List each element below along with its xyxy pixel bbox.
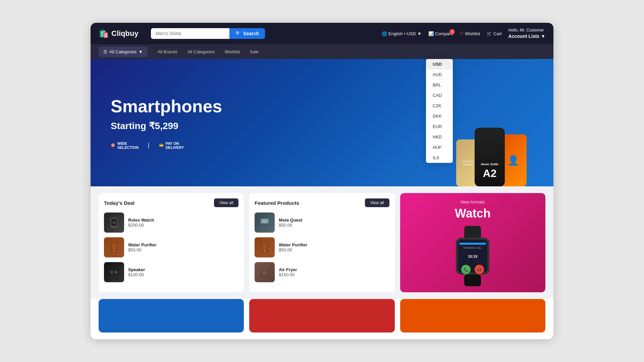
menu-icon: ☰ bbox=[103, 49, 107, 54]
header-actions: 🌐 English • USD ▼ 📊 Compare 2 ♡ Wishlist… bbox=[382, 28, 545, 39]
todays-deal-header: Today's Deal View all bbox=[104, 198, 238, 207]
currency-dropdown-menu: USD AUD BRL CAD CZK DKK EUR HKD HUF ILS bbox=[426, 59, 453, 163]
currency-option-eur[interactable]: EUR bbox=[426, 121, 453, 132]
search-icon: 🔍 bbox=[235, 31, 241, 36]
currency-option-usd[interactable]: USD bbox=[426, 59, 453, 69]
product-info: Meta Quest $50.00 bbox=[279, 218, 302, 228]
user-menu[interactable]: Hello, Mr. Customer Account Lists ▼ bbox=[508, 28, 545, 39]
new-arrivals-card[interactable]: New Arrivals Watch 10:19 📞 bbox=[400, 193, 545, 292]
svg-point-16 bbox=[261, 223, 264, 227]
product-info: Water Purifier $50.00 bbox=[279, 242, 307, 252]
product-image bbox=[104, 237, 124, 257]
svg-rect-27 bbox=[459, 243, 486, 245]
hero-title: Smartphones bbox=[111, 96, 222, 116]
list-item[interactable]: Air Fryer $150.00 bbox=[255, 262, 389, 282]
bottom-card-blue[interactable] bbox=[99, 299, 244, 333]
nav-all-brands[interactable]: All Brands bbox=[158, 49, 177, 54]
todays-deal-view-all[interactable]: View all bbox=[214, 198, 238, 207]
svg-point-23 bbox=[261, 268, 268, 271]
bottom-card-red[interactable] bbox=[249, 299, 394, 333]
watch-image: 10:19 📞 📵 INCOMING CALL bbox=[446, 226, 499, 286]
svg-point-17 bbox=[265, 223, 268, 227]
currency-option-ils[interactable]: ILS bbox=[426, 153, 453, 163]
product-image bbox=[255, 213, 275, 233]
search-bar: 🔍 Search bbox=[151, 28, 265, 39]
svg-rect-34 bbox=[464, 275, 481, 286]
list-item[interactable]: Water Purifier $50.00 bbox=[255, 237, 389, 257]
list-item[interactable]: Water Purifier $50.00 bbox=[104, 237, 238, 257]
list-item[interactable]: Meta Quest $50.00 bbox=[255, 213, 389, 233]
list-item[interactable]: Speaker $100.00 bbox=[104, 262, 238, 282]
language-selector[interactable]: 🌐 English • USD ▼ bbox=[382, 31, 422, 36]
featured-header: Featured Products View all bbox=[255, 198, 389, 207]
currency-option-huf[interactable]: HUF bbox=[426, 142, 453, 153]
chevron-down-icon: ▼ bbox=[541, 33, 545, 39]
svg-rect-6 bbox=[112, 243, 116, 249]
nav-wishlist[interactable]: Wishlist bbox=[225, 49, 240, 54]
svg-text:📞: 📞 bbox=[464, 267, 469, 272]
currency-option-cad[interactable]: CAD bbox=[426, 90, 453, 101]
search-input[interactable] bbox=[151, 28, 229, 39]
svg-text:12: 12 bbox=[113, 221, 116, 224]
featured-view-all[interactable]: View all bbox=[365, 198, 389, 207]
hero-feature-selection: 🎯 WIDE SELECTION bbox=[111, 141, 139, 149]
featured-products-card: Featured Products View all Meta Quest $5… bbox=[249, 193, 394, 292]
phone-black: Never Settle A2 bbox=[475, 128, 505, 186]
svg-rect-19 bbox=[263, 243, 267, 249]
new-arrivals-label: New Arrivals bbox=[461, 199, 485, 204]
navigation: ☰ All Categories ▼ All Brands All Catego… bbox=[91, 44, 553, 59]
never-settle-text: Never Settle bbox=[481, 163, 498, 166]
todays-deal-card: Today's Deal View all 12 Rolex Watch $20… bbox=[99, 193, 244, 292]
globe-icon: 🌐 bbox=[382, 31, 387, 36]
svg-rect-22 bbox=[262, 271, 267, 275]
product-image bbox=[255, 237, 275, 257]
user-greeting: Hello, Mr. Customer bbox=[508, 28, 545, 33]
list-item[interactable]: 12 Rolex Watch $200.00 bbox=[104, 213, 238, 233]
product-info: Rolex Watch $200.00 bbox=[128, 218, 154, 228]
currency-option-aud[interactable]: AUD bbox=[426, 69, 453, 80]
product-image bbox=[104, 262, 124, 282]
wishlist-button[interactable]: ♡ Wishlist bbox=[460, 31, 480, 36]
compare-icon: 📊 bbox=[428, 31, 434, 36]
a2-label: A2 bbox=[483, 167, 497, 180]
bottom-cards bbox=[91, 299, 553, 339]
hero-separator: | bbox=[148, 142, 150, 149]
nav-all-categories[interactable]: All Categories bbox=[187, 49, 215, 54]
product-info: Speaker $100.00 bbox=[128, 267, 145, 277]
logo-text: Cliqbuy bbox=[111, 29, 139, 38]
logo[interactable]: 🛍️ Cliqbuy bbox=[99, 29, 146, 38]
logo-icon: 🛍️ bbox=[99, 29, 109, 38]
payment-icon: 💳 bbox=[159, 143, 164, 147]
currency-option-hkd[interactable]: HKD bbox=[426, 132, 453, 142]
product-image bbox=[255, 262, 275, 282]
chevron-down-icon: ▼ bbox=[139, 49, 143, 54]
hero-subtitle: Starting ₹5,299 bbox=[111, 120, 222, 131]
all-categories-button[interactable]: ☰ All Categories ▼ bbox=[99, 47, 148, 57]
svg-text:10:19: 10:19 bbox=[468, 254, 477, 258]
hero-feature-payment: 💳 PAY ON DELIVERY bbox=[159, 141, 184, 149]
nav-sale[interactable]: Sale bbox=[250, 49, 259, 54]
svg-text:INCOMING CALL: INCOMING CALL bbox=[464, 247, 482, 249]
featured-title: Featured Products bbox=[255, 200, 299, 206]
currency-option-czk[interactable]: CZK bbox=[426, 101, 453, 111]
svg-point-20 bbox=[264, 250, 266, 252]
product-image: 12 bbox=[104, 213, 124, 233]
svg-rect-4 bbox=[117, 219, 118, 221]
hero-features: 🎯 WIDE SELECTION | 💳 PAY ON DELIVERY bbox=[111, 141, 222, 149]
new-arrivals-title: Watch bbox=[455, 206, 491, 221]
hero-phones: OnePlusOriginal Never Settle A2 👤 bbox=[456, 128, 527, 186]
compare-badge: 2 bbox=[449, 29, 455, 35]
currency-option-dkk[interactable]: DKK bbox=[426, 111, 453, 121]
svg-rect-15 bbox=[261, 219, 268, 223]
user-account: Account Lists ▼ bbox=[508, 33, 545, 39]
bottom-card-orange[interactable] bbox=[400, 299, 545, 333]
search-button[interactable]: 🔍 Search bbox=[229, 28, 265, 39]
product-info: Air Fryer $150.00 bbox=[279, 267, 297, 277]
currency-option-brl[interactable]: BRL bbox=[426, 80, 453, 90]
cart-button[interactable]: 🛒 Cart bbox=[487, 31, 502, 36]
svg-text:📵: 📵 bbox=[477, 267, 482, 272]
selection-icon: 🎯 bbox=[111, 143, 115, 147]
cart-icon: 🛒 bbox=[487, 31, 492, 36]
heart-icon: ♡ bbox=[460, 31, 464, 36]
compare-button[interactable]: 📊 Compare 2 bbox=[428, 31, 453, 36]
